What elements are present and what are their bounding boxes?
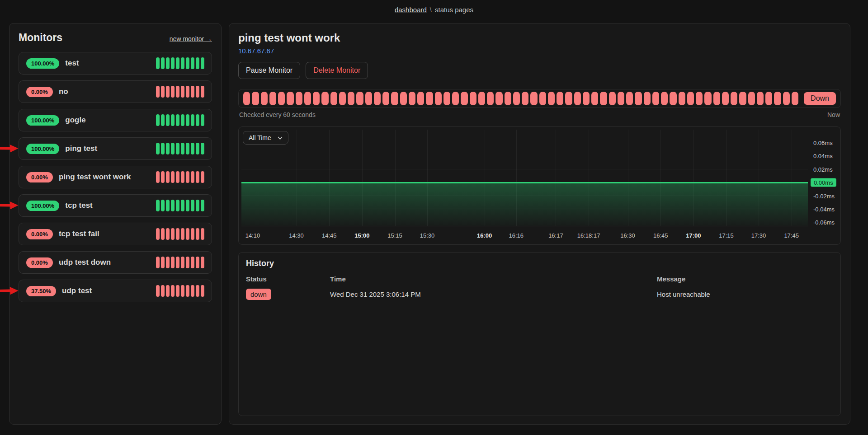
monitor-item[interactable]: 37.50%udp test xyxy=(19,280,212,302)
monitor-item[interactable]: 100.00%gogle xyxy=(19,109,212,131)
now-label: Now xyxy=(827,111,840,118)
history-time: Wed Dec 31 2025 3:06:14 PM xyxy=(330,290,657,298)
heartbeat-tick xyxy=(176,228,179,240)
heartbeat-tick xyxy=(391,92,398,105)
heartbeat-tick xyxy=(339,92,346,105)
monitor-heartbeat-bar xyxy=(156,114,204,126)
heartbeat-tick xyxy=(443,92,450,105)
monitor-heartbeat-bar xyxy=(156,200,204,211)
heartbeat-tick xyxy=(201,285,204,297)
heartbeat-tick xyxy=(176,114,179,126)
time-range-select[interactable]: All Time xyxy=(243,131,288,145)
chevron-down-icon xyxy=(278,136,283,140)
response-chart-card: All Time 0.06ms0.04ms0.02ms0.00ms-0.02ms… xyxy=(238,126,841,245)
heartbeat-tick xyxy=(435,92,442,105)
monitor-item[interactable]: 0.00%ping test wont work xyxy=(19,166,212,188)
heartbeat-tick xyxy=(201,257,204,268)
heartbeat-tick xyxy=(513,92,520,105)
heartbeat-bar[interactable] xyxy=(243,92,798,105)
heartbeat-tick xyxy=(176,57,179,69)
uptime-badge: 0.00% xyxy=(26,229,53,239)
heartbeat-tick xyxy=(166,143,170,154)
heartbeat-tick xyxy=(171,143,175,154)
heartbeat-tick xyxy=(191,143,194,154)
heartbeat-tick xyxy=(161,143,165,154)
heartbeat-tick xyxy=(713,92,720,105)
heartbeat-tick xyxy=(495,92,502,105)
heartbeat-tick xyxy=(670,92,676,105)
monitor-heartbeat-bar xyxy=(156,57,204,69)
page-title: ping test wont work xyxy=(238,32,841,44)
heartbeat-tick xyxy=(191,257,194,268)
heartbeat-tick xyxy=(618,92,624,105)
heartbeat-tick xyxy=(196,257,199,268)
monitor-item[interactable]: 100.00%ping test xyxy=(19,137,212,160)
history-col-time: Time xyxy=(330,275,657,283)
chart-x-axis: 14:1014:3014:4515:0015:1515:3016:0016:16… xyxy=(241,232,808,239)
heartbeat-tick xyxy=(186,200,189,211)
uptime-badge: 100.00% xyxy=(26,115,59,126)
heartbeat-tick xyxy=(470,92,476,105)
monitor-name: no xyxy=(59,87,156,96)
heartbeat-tick xyxy=(661,92,668,105)
heartbeat-tick xyxy=(186,171,189,183)
heartbeat-tick xyxy=(181,200,184,211)
heartbeat-tick xyxy=(171,86,175,98)
monitor-detail-panel: ping test wont work 10.67.67.67 Pause Mo… xyxy=(229,23,850,425)
heartbeat-tick xyxy=(704,92,711,105)
uptime-badge: 100.00% xyxy=(26,144,59,154)
heartbeat-tick xyxy=(191,86,194,98)
chart-plot-area xyxy=(241,130,808,226)
heartbeat-tick xyxy=(461,92,467,105)
heartbeat-tick xyxy=(687,92,694,105)
heartbeat-box: Down xyxy=(238,89,841,108)
heartbeat-tick xyxy=(156,285,160,297)
heartbeat-tick xyxy=(161,57,165,69)
heartbeat-tick xyxy=(176,86,179,98)
monitor-url-link[interactable]: 10.67.67.67 xyxy=(238,47,274,55)
heartbeat-tick xyxy=(166,57,170,69)
heartbeat-tick xyxy=(652,92,659,105)
heartbeat-tick xyxy=(171,171,175,183)
heartbeat-tick xyxy=(181,171,184,183)
y-axis-label: -0.06ms xyxy=(813,219,835,226)
delete-monitor-button[interactable]: Delete Monitor xyxy=(306,62,368,79)
monitor-item[interactable]: 0.00%no xyxy=(19,80,212,103)
pause-monitor-button[interactable]: Pause Monitor xyxy=(238,62,300,79)
heartbeat-tick xyxy=(505,92,511,105)
monitor-item[interactable]: 100.00%tcp test xyxy=(19,194,212,217)
monitor-item[interactable]: 0.00%tcp test fail xyxy=(19,223,212,245)
heartbeat-tick xyxy=(765,92,772,105)
heartbeat-tick xyxy=(181,285,184,297)
heartbeat-tick xyxy=(626,92,633,105)
heartbeat-tick xyxy=(161,171,165,183)
heartbeat-tick xyxy=(166,86,170,98)
uptime-badge: 0.00% xyxy=(26,172,53,182)
uptime-badge: 100.00% xyxy=(26,201,59,211)
heartbeat-tick xyxy=(161,86,165,98)
heartbeat-tick xyxy=(696,92,703,105)
heartbeat-tick xyxy=(156,86,160,98)
new-monitor-link[interactable]: new monitor → xyxy=(170,35,212,42)
history-title: History xyxy=(246,259,833,268)
heartbeat-tick xyxy=(191,285,194,297)
heartbeat-tick xyxy=(196,86,199,98)
heartbeat-tick xyxy=(186,57,189,69)
x-axis-label: 14:45 xyxy=(322,232,337,239)
heartbeat-tick xyxy=(166,171,170,183)
breadcrumb-dashboard-link[interactable]: dashboard xyxy=(395,6,427,14)
heartbeat-tick xyxy=(348,92,354,105)
monitor-item[interactable]: 100.00%test xyxy=(19,52,212,75)
heartbeat-tick xyxy=(166,228,170,240)
heartbeat-tick xyxy=(522,92,528,105)
heartbeat-tick xyxy=(191,171,194,183)
heartbeat-tick xyxy=(186,114,189,126)
heartbeat-tick xyxy=(591,92,598,105)
history-col-message: Message xyxy=(657,275,833,283)
x-axis-label: 16:17 xyxy=(548,232,563,239)
heartbeat-tick xyxy=(171,257,175,268)
heartbeat-tick xyxy=(201,86,204,98)
monitor-item[interactable]: 0.00%udp test down xyxy=(19,251,212,274)
heartbeat-tick xyxy=(191,228,194,240)
uptime-badge: 37.50% xyxy=(26,286,56,296)
